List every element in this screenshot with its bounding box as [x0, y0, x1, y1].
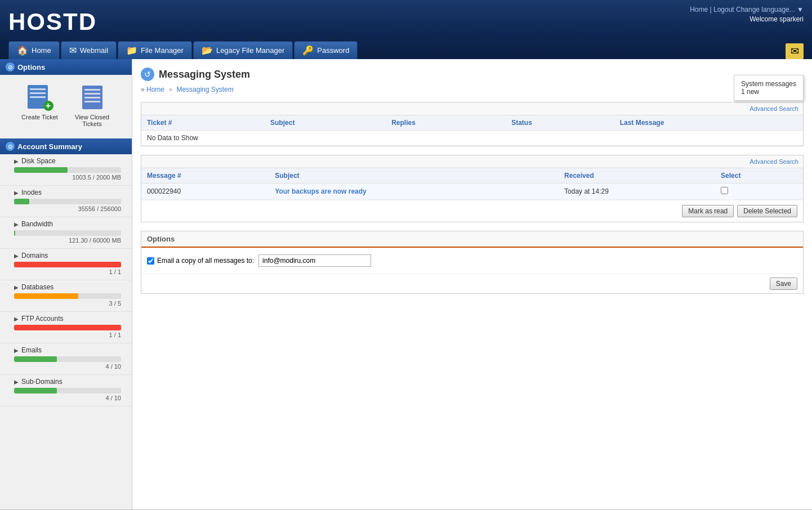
- tickets-table-header-row: Ticket # Subject Replies Status Last Mes…: [141, 115, 803, 131]
- resource-item-bandwidth: ▶ Bandwidth 121.30 / 60000 MB: [0, 217, 132, 249]
- resource-header[interactable]: ▶ Bandwidth: [14, 220, 126, 228]
- messages-advanced-search[interactable]: Advanced Search: [141, 155, 803, 168]
- resource-item-emails: ▶ Emails 4 / 10: [0, 343, 132, 375]
- progress-bar-fill: [14, 325, 121, 330]
- resource-item-inodes: ▶ Inodes 35556 / 256000: [0, 186, 132, 217]
- resource-header[interactable]: ▶ Disk Space: [14, 157, 126, 165]
- email-copy-input[interactable]: [258, 254, 371, 267]
- resource-value: 121.30 / 60000 MB: [14, 237, 121, 244]
- options-circle-icon: ⊙: [6, 62, 15, 71]
- header-top-right: Home | Logout Change language... ▼ Welco…: [690, 6, 804, 23]
- progress-bar-fill: [14, 262, 121, 267]
- resource-value: 3 / 5: [14, 300, 121, 307]
- col-subject: Subject: [265, 115, 386, 131]
- save-button[interactable]: Save: [770, 278, 797, 290]
- col-msg-received: Received: [559, 168, 715, 184]
- resource-header[interactable]: ▶ Emails: [14, 346, 126, 354]
- tab-webmail[interactable]: ✉ Webmail: [61, 41, 117, 59]
- email-copy-checkbox[interactable]: [147, 257, 154, 265]
- logout-link[interactable]: Logout: [713, 6, 734, 14]
- folder-icon: 📁: [126, 45, 137, 56]
- tooltip-line1: System messages: [741, 80, 796, 88]
- messages-table-header-row: Message # Subject Received Select: [141, 168, 803, 184]
- change-language-text: Change language...: [736, 6, 795, 14]
- mark-as-read-button[interactable]: Mark as read: [682, 205, 734, 217]
- resource-header[interactable]: ▶ Databases: [14, 283, 126, 291]
- messages-panel: Advanced Search Message # Subject Receiv…: [141, 155, 804, 222]
- resource-name: Domains: [21, 252, 48, 260]
- messaging-icon: ↺: [141, 68, 154, 81]
- progress-bar-bg: [14, 262, 121, 267]
- tab-legacy-file-manager[interactable]: 📂 Legacy File Manager: [193, 41, 293, 59]
- tab-file-manager[interactable]: 📁 File Manager: [118, 41, 192, 59]
- account-circle-icon: ⊙: [6, 142, 15, 151]
- create-ticket-icon-wrap: +: [26, 83, 54, 111]
- breadcrumb-home-link[interactable]: Home: [146, 86, 164, 93]
- progress-bar-bg: [14, 199, 121, 204]
- breadcrumb: » Home » Messaging System: [141, 86, 804, 93]
- account-summary-label: Account Summary: [17, 142, 82, 151]
- view-closed-icon-wrap: [78, 83, 106, 111]
- account-summary-section: ⊙ Account Summary ▶ Disk Space 1003.5 / …: [0, 138, 132, 406]
- tickets-advanced-search[interactable]: Advanced Search: [141, 102, 803, 115]
- resource-name: Inodes: [21, 189, 42, 196]
- tooltip-line2: 1 new: [741, 88, 796, 96]
- main-layout: ⊙ Options + Create Ticket: [0, 59, 812, 509]
- col-status: Status: [506, 115, 614, 131]
- tab-home[interactable]: 🏠 Home: [8, 41, 60, 59]
- view-closed-label: View ClosedTickets: [75, 114, 109, 127]
- resource-item-sub-domains: ▶ Sub-Domains 4 / 10: [0, 375, 132, 406]
- options-label: Options: [17, 63, 45, 71]
- username-display: sparkeri: [779, 15, 804, 23]
- page-title-row: ↺ Messaging System: [141, 68, 804, 81]
- options-panel-footer: Save: [141, 274, 803, 293]
- tab-password-label: Password: [317, 46, 349, 55]
- resource-name: Bandwidth: [21, 220, 53, 228]
- resource-header[interactable]: ▶ Sub-Domains: [14, 378, 126, 386]
- header: HOSTD Home | Logout Change language... ▼…: [0, 0, 812, 59]
- logo: HOSTD: [8, 6, 97, 38]
- resource-item-domains: ▶ Domains 1 / 1: [0, 249, 132, 280]
- resource-header[interactable]: ▶ Domains: [14, 252, 126, 260]
- mail-button[interactable]: ✉: [786, 43, 804, 59]
- progress-bar-bg: [14, 325, 121, 330]
- resource-name: Emails: [21, 346, 42, 354]
- no-data-cell: No Data to Show: [141, 131, 803, 146]
- chevron-down-icon: ▼: [797, 6, 804, 14]
- options-panel-body: Email a copy of all messages to:: [141, 248, 803, 274]
- resource-value: 4 / 10: [14, 395, 121, 401]
- msg-subject-cell: Your backups are now ready: [269, 184, 559, 200]
- create-ticket-button[interactable]: + Create Ticket: [16, 80, 64, 130]
- progress-bar-bg: [14, 230, 121, 236]
- message-row: 000022940 Your backups are now ready Tod…: [141, 184, 803, 200]
- msg-select-checkbox[interactable]: [721, 187, 728, 194]
- change-language-link[interactable]: Change language... ▼: [736, 6, 804, 14]
- resource-name: FTP Accounts: [21, 315, 63, 323]
- progress-bar-bg: [14, 293, 121, 299]
- mail-envelope-icon: ✉: [791, 45, 799, 57]
- tickets-table: Ticket # Subject Replies Status Last Mes…: [141, 115, 803, 146]
- resource-header[interactable]: ▶ Inodes: [14, 189, 126, 196]
- breadcrumb-current-link[interactable]: Messaging System: [176, 86, 233, 93]
- options-actions: + Create Ticket View ClosedTickets: [0, 75, 132, 136]
- col-replies: Replies: [386, 115, 506, 131]
- message-link[interactable]: Your backups are now ready: [275, 187, 367, 195]
- password-icon: 🔑: [302, 45, 314, 56]
- email-copy-checkbox-wrap: Email a copy of all messages to:: [147, 257, 254, 265]
- progress-bar-fill: [14, 356, 57, 362]
- view-closed-tickets-button[interactable]: View ClosedTickets: [68, 80, 116, 130]
- resource-value: 4 / 10: [14, 363, 121, 370]
- col-msg-num: Message #: [141, 168, 269, 184]
- mail-tooltip: System messages 1 new: [734, 75, 804, 101]
- create-ticket-label: Create Ticket: [21, 114, 58, 120]
- arrow-icon: ▶: [14, 316, 19, 322]
- tab-file-manager-label: File Manager: [141, 46, 184, 55]
- delete-selected-button[interactable]: Delete Selected: [737, 205, 797, 217]
- home-link[interactable]: Home: [690, 6, 708, 14]
- tab-password[interactable]: 🔑 Password: [294, 41, 358, 59]
- arrow-icon: ▶: [14, 379, 19, 385]
- resource-header[interactable]: ▶ FTP Accounts: [14, 315, 126, 323]
- resource-value: 1 / 1: [14, 269, 121, 275]
- progress-bar-fill: [14, 230, 15, 236]
- tickets-no-data-row: No Data to Show: [141, 131, 803, 146]
